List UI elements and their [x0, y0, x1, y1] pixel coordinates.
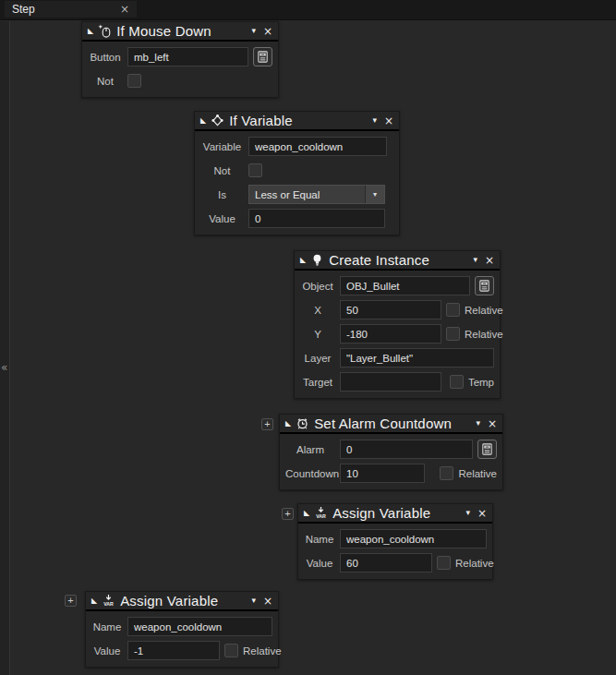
- name-label: Name: [304, 534, 335, 545]
- panel-collapse-icon[interactable]: «: [1, 361, 7, 374]
- collapse-icon[interactable]: ◣: [304, 510, 309, 517]
- x-input[interactable]: [340, 300, 441, 319]
- node-create-instance: ◣ Create Instance ▾ × Object: [294, 250, 501, 399]
- relative-checkbox[interactable]: ✓: [224, 644, 238, 657]
- tab-step[interactable]: Step ×: [5, 1, 137, 18]
- collapse-icon[interactable]: ◣: [200, 117, 206, 125]
- not-row: Not ✓: [88, 71, 272, 90]
- layer-row: Layer: [300, 348, 494, 368]
- variable-row: Variable: [200, 137, 393, 156]
- node-close-icon[interactable]: ×: [263, 596, 272, 607]
- value-label: Value: [304, 558, 335, 569]
- relative-group: ✓ Relative: [224, 644, 282, 657]
- node-title: Set Alarm Countdown: [314, 416, 471, 431]
- value-label: Value: [91, 645, 123, 657]
- variable-label: Variable: [200, 141, 244, 152]
- node-create-instance-header[interactable]: ◣ Create Instance ▾ ×: [295, 251, 500, 271]
- node-close-icon[interactable]: ×: [384, 115, 393, 127]
- node-menu-icon[interactable]: ▾: [476, 419, 480, 428]
- asset-picker-button[interactable]: [475, 276, 494, 295]
- name-row: Name: [304, 529, 487, 548]
- node-menu-icon[interactable]: ▾: [251, 597, 256, 605]
- temp-label: Temp: [468, 377, 494, 388]
- variable-input[interactable]: [248, 137, 387, 156]
- countdown-row: Countdown ✓ Relative: [285, 464, 497, 483]
- node-close-icon[interactable]: ×: [477, 508, 487, 519]
- alarm-clock-icon: [296, 416, 309, 430]
- node-assign-variable-2-header[interactable]: ◣ VAR Assign Variable ▾ ×: [86, 592, 278, 611]
- relative-checkbox[interactable]: ✓: [440, 466, 453, 480]
- node-assign-variable-1-header[interactable]: ◣ VAR Assign Variable ▾ ×: [298, 504, 492, 524]
- object-label: Object: [300, 281, 335, 292]
- relative-checkbox[interactable]: ✓: [437, 556, 451, 570]
- value-input[interactable]: [340, 553, 432, 573]
- node-close-icon[interactable]: ×: [485, 255, 494, 266]
- chain-wire: [71, 36, 81, 610]
- node-if-mouse-down-header[interactable]: ◣ If Mouse Down ▾ ×: [82, 22, 278, 42]
- node-body: Variable Not ✓ Is Less or Equal ▾ Value: [195, 131, 399, 235]
- add-action-button[interactable]: +: [282, 508, 294, 520]
- value-input[interactable]: [127, 641, 220, 660]
- name-input[interactable]: [340, 529, 487, 548]
- node-if-variable-header[interactable]: ◣ If Variable ▾ ×: [195, 112, 399, 131]
- x-relative-label: Relative: [465, 305, 503, 316]
- relative-label: Relative: [243, 645, 282, 657]
- value-row: Value ✓ Relative: [91, 641, 272, 660]
- collapse-icon[interactable]: ◣: [88, 28, 93, 35]
- node-close-icon[interactable]: ×: [488, 418, 497, 429]
- target-row: Target ✓ Temp: [300, 372, 494, 392]
- node-body: Object X ✓ Relative Y: [295, 271, 500, 398]
- add-action-button[interactable]: +: [65, 595, 77, 607]
- node-assign-variable-2: ◣ VAR Assign Variable ▾ × Name Value ✓ R…: [85, 591, 279, 668]
- collapse-icon[interactable]: ◣: [300, 257, 306, 264]
- relative-label: Relative: [455, 558, 494, 569]
- name-row: Name: [91, 617, 272, 636]
- mouse-icon: [98, 24, 112, 38]
- node-menu-icon[interactable]: ▾: [473, 256, 477, 264]
- alarm-input[interactable]: [340, 440, 473, 459]
- node-set-alarm-countdown-header[interactable]: ◣ Set Alarm Countdown ▾ ×: [280, 415, 502, 434]
- node-menu-icon[interactable]: ▾: [372, 116, 377, 125]
- asset-picker-button[interactable]: [477, 440, 497, 459]
- value-input[interactable]: [248, 209, 385, 228]
- node-body: Name Value ✓ Relative: [298, 524, 492, 579]
- add-action-button[interactable]: +: [261, 418, 273, 430]
- node-menu-icon[interactable]: ▾: [251, 27, 256, 35]
- node-set-alarm-countdown: ◣ Set Alarm Countdown ▾ × Alarm: [279, 414, 503, 490]
- collapse-icon[interactable]: ◣: [91, 597, 97, 605]
- target-input[interactable]: [340, 372, 441, 392]
- collapse-icon[interactable]: ◣: [285, 420, 291, 428]
- object-row: Object: [300, 276, 494, 295]
- comparison-dropdown[interactable]: Less or Equal ▾: [248, 185, 385, 204]
- x-row: X ✓ Relative: [300, 300, 494, 319]
- x-relative-checkbox[interactable]: ✓: [446, 303, 460, 317]
- not-checkbox[interactable]: ✓: [127, 74, 141, 88]
- countdown-input[interactable]: [340, 464, 425, 483]
- node-menu-icon[interactable]: ▾: [465, 509, 470, 517]
- layer-label: Layer: [300, 353, 335, 364]
- not-row: Not ✓: [200, 161, 393, 180]
- object-input[interactable]: [340, 276, 470, 295]
- tab-active-underline: [5, 18, 137, 20]
- temp-checkbox[interactable]: ✓: [450, 375, 464, 389]
- y-row: Y ✓ Relative: [300, 324, 494, 344]
- y-input[interactable]: [340, 324, 441, 344]
- tab-close-icon[interactable]: ×: [120, 4, 129, 15]
- name-input[interactable]: [127, 617, 272, 636]
- asset-picker-button[interactable]: [253, 47, 272, 66]
- value-row: Value ✓ Relative: [304, 553, 487, 573]
- is-label: Is: [200, 189, 244, 200]
- button-input[interactable]: [127, 47, 248, 66]
- alarm-label: Alarm: [285, 444, 335, 455]
- lightbulb-icon: [310, 253, 324, 267]
- node-title: Create Instance: [329, 252, 468, 268]
- value-row: Value: [200, 209, 393, 228]
- svg-text:VAR: VAR: [316, 513, 326, 519]
- node-close-icon[interactable]: ×: [263, 26, 272, 37]
- y-relative-checkbox[interactable]: ✓: [446, 327, 460, 341]
- dropdown-arrow-icon[interactable]: ▾: [365, 186, 384, 203]
- relative-group: ✓ Relative: [437, 556, 494, 570]
- not-checkbox[interactable]: ✓: [248, 163, 262, 177]
- node-if-variable: ◣ If Variable ▾ × Variable Not ✓ Is Less…: [194, 111, 400, 235]
- layer-input[interactable]: [340, 348, 494, 368]
